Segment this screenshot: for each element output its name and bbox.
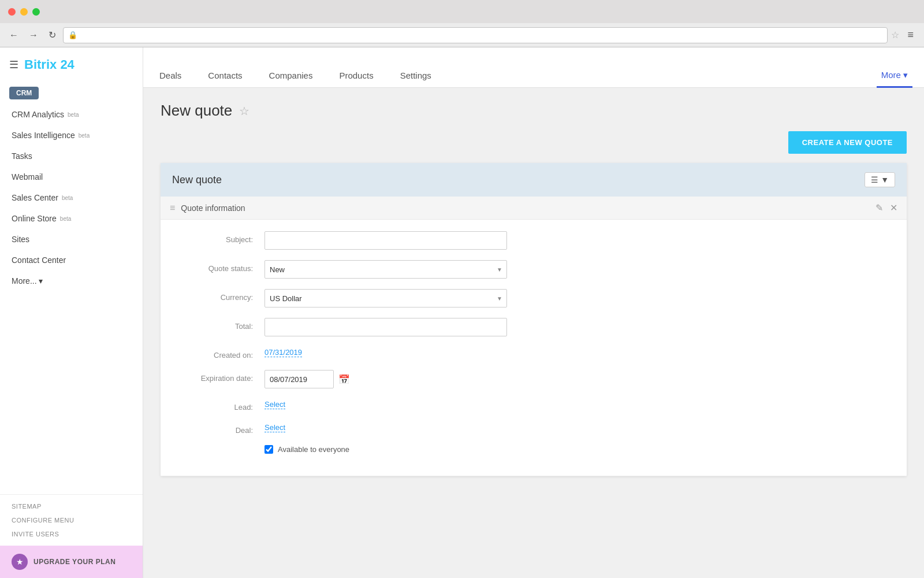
form-card-title: New quote [172,174,222,186]
sidebar-item-tasks[interactable]: Tasks [0,146,143,166]
created-on-value-wrap: 07/31/2019 [264,347,507,357]
quote-status-label: Quote status: [184,260,253,273]
quote-status-row: Quote status: New In Progress Approved C… [184,260,884,279]
forward-button[interactable]: → [25,28,42,43]
expiration-date-field: 📅 [264,370,507,388]
sidebar-item-label: Sales Intelligence [12,131,75,140]
sidebar-item-sales-intelligence[interactable]: Sales Intelligence beta [0,125,143,146]
sidebar-item-online-store[interactable]: Online Store beta [0,208,143,229]
list-icon: ☰ [871,175,878,184]
calendar-icon[interactable]: 📅 [338,374,350,385]
available-checkbox[interactable] [264,445,273,454]
close-section-button[interactable]: ✕ [890,202,897,213]
form-section: ≡ Quote information ✎ ✕ Subject: [161,197,907,476]
currency-row: Currency: US Dollar Euro British Pound [184,289,884,307]
deal-label: Deal: [184,422,253,435]
upgrade-plan-button[interactable]: ★ UPGRADE YOUR PLAN [0,546,143,578]
sidebar-item-label: Online Store [12,214,57,223]
drag-handle-icon: ≡ [170,203,175,213]
section-actions: ✎ ✕ [875,202,897,213]
minimize-button[interactable] [20,8,28,16]
edit-section-button[interactable]: ✎ [875,202,883,213]
form-card: New quote ☰ ▼ ≡ Quote information ✎ ✕ [161,163,907,476]
beta-badge: beta [62,195,73,201]
browser-menu-icon[interactable]: ≡ [903,27,918,43]
maximize-button[interactable] [32,8,40,16]
deal-select-wrap: Select [264,422,507,432]
logo-bitrix: Bitrix [24,57,57,72]
nav-more[interactable]: More ▾ [877,64,912,88]
subject-label: Subject: [184,231,253,244]
page-content: New quote ☆ CREATE A NEW QUOTE New quote… [143,88,924,578]
sitemap-link[interactable]: SITEMAP [0,499,143,513]
expiration-date-row: Expiration date: 📅 [184,370,884,388]
subject-row: Subject: [184,231,884,250]
lead-select-link[interactable]: Select [264,400,285,409]
favorite-icon[interactable]: ☆ [239,104,249,118]
subject-input[interactable] [264,231,507,250]
lead-row: Lead: Select [184,399,884,412]
expiration-date-input[interactable] [264,370,334,388]
sidebar-item-webmail[interactable]: Webmail [0,166,143,187]
currency-label: Currency: [184,289,253,302]
sidebar: ☰ Bitrix 24 CRM CRM Analytics beta Sales… [0,47,143,578]
form-card-menu-button[interactable]: ☰ ▼ [865,172,895,187]
deal-select-link[interactable]: Select [264,423,285,432]
dropdown-arrow: ▼ [881,175,889,184]
address-bar[interactable]: 🔒 [63,27,888,43]
available-label: Available to everyone [278,445,349,454]
beta-badge: beta [68,112,79,118]
form-section-header: ≡ Quote information ✎ ✕ [161,197,907,220]
sidebar-item-sales-center[interactable]: Sales Center beta [0,187,143,208]
nav-companies[interactable]: Companies [264,65,318,88]
crm-badge[interactable]: CRM [9,87,39,99]
hamburger-icon[interactable]: ☰ [9,58,18,71]
section-title: Quote information [181,203,245,213]
back-button[interactable]: ← [6,28,22,43]
sidebar-item-contact-center[interactable]: Contact Center [0,250,143,271]
nav-products[interactable]: Products [334,65,378,88]
sidebar-item-label: Contact Center [12,255,66,265]
bookmark-icon[interactable]: ☆ [891,29,899,40]
total-row: Total: [184,318,884,336]
page-header: New quote ☆ [161,102,907,120]
sidebar-footer: SITEMAP CONFIGURE MENU INVITE USERS [0,494,143,546]
lead-label: Lead: [184,399,253,412]
total-input[interactable] [264,318,507,336]
quote-status-input-wrap: New In Progress Approved Closed [264,260,507,279]
nav-settings[interactable]: Settings [396,65,436,88]
configure-menu-link[interactable]: CONFIGURE MENU [0,513,143,527]
created-on-label: Created on: [184,347,253,360]
beta-badge: beta [60,216,71,222]
sidebar-header: ☰ Bitrix 24 [0,47,143,82]
beta-badge: beta [79,132,90,139]
top-nav: Deals Contacts Companies Products Settin… [143,47,924,88]
nav-deals[interactable]: Deals [155,65,186,88]
app-window: ☰ Bitrix 24 CRM CRM Analytics beta Sales… [0,47,924,578]
reload-button[interactable]: ↻ [45,27,59,43]
created-on-value[interactable]: 07/31/2019 [264,348,302,357]
form-fields: Subject: Quote status: New In P [161,220,907,476]
nav-contacts[interactable]: Contacts [203,65,247,88]
invite-users-link[interactable]: INVITE USERS [0,527,143,541]
main-content: Deals Contacts Companies Products Settin… [143,47,924,578]
total-input-wrap [264,318,507,336]
currency-select[interactable]: US Dollar Euro British Pound [264,289,507,307]
create-btn-row: CREATE A NEW QUOTE [161,131,907,154]
create-new-quote-button[interactable]: CREATE A NEW QUOTE [788,131,907,154]
quote-status-select[interactable]: New In Progress Approved Closed [264,260,507,279]
sidebar-item-label: Sales Center [12,193,58,202]
close-button[interactable] [8,8,16,16]
sidebar-item-crm-analytics[interactable]: CRM Analytics beta [0,104,143,125]
app-logo: Bitrix 24 [24,57,74,72]
sidebar-nav: CRM Analytics beta Sales Intelligence be… [0,104,143,494]
total-label: Total: [184,318,253,331]
sidebar-item-sites[interactable]: Sites [0,229,143,250]
expiration-date-label: Expiration date: [184,370,253,383]
page-title: New quote [161,102,232,120]
deal-row: Deal: Select [184,422,884,435]
available-row: Available to everyone [264,445,884,454]
upgrade-icon: ★ [12,554,28,570]
sidebar-item-more[interactable]: More... ▾ [0,271,143,291]
created-on-row: Created on: 07/31/2019 [184,347,884,360]
